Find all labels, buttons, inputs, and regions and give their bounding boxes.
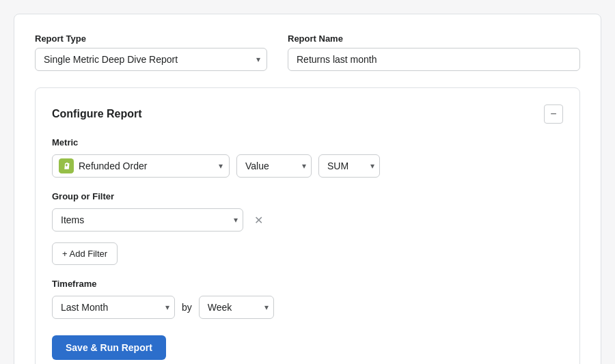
collapse-icon: − bbox=[550, 109, 556, 120]
configure-title: Configure Report bbox=[52, 108, 142, 120]
report-type-select-wrapper: Single Metric Deep Dive Report ▾ bbox=[35, 48, 267, 71]
filter-select-wrapper: Items ▾ bbox=[52, 208, 243, 232]
page-container: Report Type Single Metric Deep Dive Repo… bbox=[14, 14, 601, 364]
metric-select[interactable]: Refunded Order bbox=[52, 154, 230, 178]
filter-row: Items ▾ ✕ bbox=[52, 208, 563, 232]
timeframe-select[interactable]: Last Month bbox=[52, 296, 175, 319]
timeframe-select-wrapper: Last Month ▾ bbox=[52, 296, 175, 319]
aggregation-select[interactable]: SUM bbox=[318, 154, 380, 178]
configure-section: Configure Report − Metric bbox=[35, 87, 580, 364]
add-filter-button[interactable]: + Add Filter bbox=[52, 242, 118, 265]
timeframe-row: Last Month ▾ by Week ▾ bbox=[52, 296, 563, 319]
add-filter-label: + Add Filter bbox=[62, 249, 107, 259]
timeframe-label: Timeframe bbox=[52, 279, 563, 289]
report-type-group: Report Type Single Metric Deep Dive Repo… bbox=[35, 33, 267, 71]
period-select-wrapper: Week ▾ bbox=[199, 296, 274, 319]
metric-select-wrapper: Refunded Order ▾ bbox=[52, 154, 230, 178]
aggregation-select-wrapper: SUM ▾ bbox=[318, 154, 380, 178]
report-type-label: Report Type bbox=[35, 33, 267, 44]
top-row: Report Type Single Metric Deep Dive Repo… bbox=[35, 33, 580, 71]
timeframe-section: Timeframe Last Month ▾ by Week ▾ bbox=[52, 279, 563, 319]
filter-select[interactable]: Items bbox=[52, 208, 243, 232]
collapse-button[interactable]: − bbox=[544, 104, 563, 124]
period-select[interactable]: Week bbox=[199, 296, 274, 319]
configure-header: Configure Report − bbox=[52, 104, 563, 124]
group-filter-section: Group or Filter Items ▾ ✕ + Add Filter bbox=[52, 191, 563, 279]
metric-row: Refunded Order ▾ Value ▾ SUM bbox=[52, 154, 563, 178]
metric-label: Metric bbox=[52, 137, 563, 148]
report-name-group: Report Name bbox=[288, 33, 580, 71]
save-run-button[interactable]: Save & Run Report bbox=[52, 335, 166, 360]
metric-section: Metric Refunded Order bbox=[52, 137, 563, 178]
value-select[interactable]: Value bbox=[236, 154, 312, 178]
report-name-label: Report Name bbox=[288, 33, 580, 44]
report-name-input[interactable] bbox=[288, 48, 580, 71]
save-run-label: Save & Run Report bbox=[66, 342, 152, 353]
report-type-select[interactable]: Single Metric Deep Dive Report bbox=[35, 48, 267, 71]
group-filter-label: Group or Filter bbox=[52, 191, 563, 201]
value-select-wrapper: Value ▾ bbox=[236, 154, 312, 178]
by-label: by bbox=[182, 302, 192, 313]
main-card: Report Type Single Metric Deep Dive Repo… bbox=[14, 14, 601, 364]
remove-filter-icon[interactable]: ✕ bbox=[250, 212, 266, 228]
